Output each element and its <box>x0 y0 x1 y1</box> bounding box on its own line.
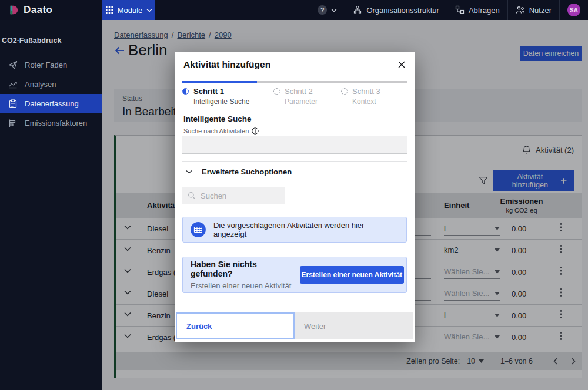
brand-name: Daato <box>24 4 52 16</box>
sidebar-item-roter-faden[interactable]: Roter Faden <box>0 55 102 75</box>
nav-label: Organisationsstruktur <box>366 6 439 15</box>
not-found-box: Haben Sie nichts gefunden? Erstellen ein… <box>182 257 407 293</box>
advanced-search-box <box>182 187 285 204</box>
step-label: Schritt 1 <box>193 87 249 96</box>
advanced-options-toggle[interactable]: Erweiterte Suchoptionen <box>186 167 292 176</box>
module-menu-button[interactable]: Module <box>102 0 155 20</box>
wizard-step-2[interactable]: Schritt 2 Parameter <box>273 87 318 106</box>
brand: Daato <box>8 0 52 20</box>
step-pending-icon <box>341 88 348 95</box>
back-button[interactable]: Zurück <box>176 312 295 339</box>
step-progress-track <box>182 81 407 83</box>
not-found-subtitle: Erstellen einer neuen Aktivität <box>191 281 300 290</box>
nav-organisationsstruktur[interactable]: Organisationsstruktur <box>345 0 447 20</box>
line-chart-icon <box>8 80 18 89</box>
step-sublabel: Parameter <box>285 98 318 106</box>
info-icon[interactable] <box>252 127 259 135</box>
sidebar-item-label: Emissionsfaktoren <box>25 119 87 127</box>
step-pending-icon <box>273 88 280 95</box>
modal-section-title: Intelligente Suche <box>183 115 252 123</box>
step-sublabel: Intelligente Suche <box>193 98 249 106</box>
chevron-down-icon <box>186 170 192 174</box>
close-icon <box>398 61 405 68</box>
step-active-icon <box>182 88 189 95</box>
step-label: Schritt 3 <box>352 87 380 96</box>
module-label: Module <box>118 6 143 15</box>
wizard-step-1[interactable]: Schritt 1 Intelligente Suche <box>182 87 249 106</box>
advanced-search-input[interactable] <box>201 191 277 200</box>
next-button[interactable]: Weiter <box>295 312 413 339</box>
help-icon: ? <box>318 5 327 15</box>
divider <box>182 161 407 162</box>
step-progress-fill <box>182 81 257 83</box>
modal-title: Aktivität hinzufügen <box>183 59 270 70</box>
not-found-texts: Haben Sie nichts gefunden? Erstellen ein… <box>191 260 300 290</box>
grid-icon <box>105 6 113 14</box>
nav-label: Abfragen <box>469 6 500 15</box>
user-menu[interactable]: SA <box>559 0 588 20</box>
step-label: Schritt 2 <box>285 87 318 96</box>
search-icon <box>188 191 196 200</box>
search-field-label: Suche nach Aktivitäten <box>183 127 259 135</box>
suggestions-message: Die vorgeschlagenen Aktivitäten werden h… <box>213 221 399 238</box>
org-structure-icon <box>353 5 362 15</box>
search-field-label-text: Suche nach Aktivitäten <box>183 127 249 135</box>
topbar: Daato Module ? <box>0 0 588 20</box>
sidebar-item-analysen[interactable]: Analysen <box>0 75 102 94</box>
chevron-down-icon <box>146 8 152 12</box>
sidebar-section-title: CO2-Fußabdruck <box>0 20 102 45</box>
sidebar-item-label: Roter Faden <box>25 60 67 69</box>
create-activity-button[interactable]: Erstellen einer neuen Aktivität <box>300 266 404 284</box>
sidebar-item-emissionsfaktoren[interactable]: Emissionsfaktoren <box>0 113 102 133</box>
nav-abfragen[interactable]: Abfragen <box>447 0 507 20</box>
activity-search-input[interactable] <box>182 136 407 154</box>
close-button[interactable] <box>396 59 407 70</box>
help-menu-button[interactable]: ? <box>310 0 345 20</box>
sidebar-nav: Roter Faden Analysen <box>0 55 102 133</box>
sidebar-item-datenerfassung[interactable]: Datenerfassung <box>0 94 102 113</box>
sidebar-item-label: Datenerfassung <box>25 99 79 108</box>
app-window: Daato Module ? <box>0 0 588 390</box>
advanced-options-label: Erweiterte Suchoptionen <box>202 167 292 176</box>
not-found-title: Haben Sie nichts gefunden? <box>191 260 300 278</box>
chevron-down-icon <box>331 8 337 12</box>
sidebar: CO2-Fußabdruck Roter Faden <box>0 20 102 390</box>
daato-logo-icon <box>8 5 19 15</box>
table-suggestions-icon <box>191 222 206 237</box>
sidebar-item-label: Analysen <box>25 80 56 89</box>
users-icon <box>516 5 525 15</box>
step-sublabel: Kontext <box>352 98 380 106</box>
bar-chart-icon <box>8 119 18 128</box>
paper-plane-icon <box>8 60 18 70</box>
wizard-step-3[interactable]: Schritt 3 Kontext <box>341 87 380 106</box>
topbar-actions: ? Organisationsstruktur <box>310 0 588 20</box>
query-flow-icon <box>455 5 465 15</box>
nav-nutzer[interactable]: Nutzer <box>507 0 559 20</box>
avatar[interactable]: SA <box>567 4 580 16</box>
nav-label: Nutzer <box>529 6 552 15</box>
clipboard-icon <box>8 99 18 109</box>
add-activity-modal: Aktivität hinzufügen Schritt 1 Intellige… <box>175 52 415 342</box>
suggestions-placeholder-box: Die vorgeschlagenen Aktivitäten werden h… <box>182 217 407 243</box>
